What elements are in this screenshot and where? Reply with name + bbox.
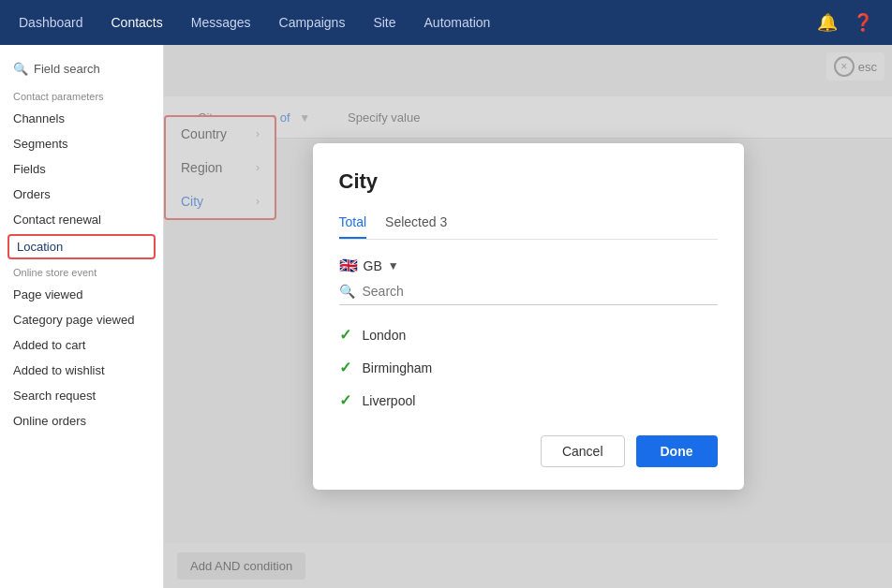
contact-params-label: Contact parameters — [0, 85, 163, 106]
modal-tabs: Total Selected 3 — [339, 209, 718, 240]
sidebar-item-contact-renewal[interactable]: Contact renewal — [0, 207, 163, 232]
modal-actions: Cancel Done — [339, 435, 718, 467]
country-code: GB — [364, 258, 382, 273]
country-selector[interactable]: 🇬🇧 GB ▼ — [339, 257, 718, 274]
sidebar-item-category-page-viewed[interactable]: Category page viewed — [0, 307, 163, 332]
sidebar-item-search-request[interactable]: Search request — [0, 383, 163, 408]
field-search-label: Field search — [34, 62, 100, 76]
help-icon[interactable]: ❓ — [853, 12, 873, 33]
city-name-liverpool[interactable]: Liverpool — [363, 393, 416, 408]
check-icon: ✓ — [339, 326, 351, 344]
bell-icon[interactable]: 🔔 — [817, 12, 838, 33]
done-button[interactable]: Done — [636, 435, 718, 467]
nav-dashboard[interactable]: Dashboard — [19, 15, 83, 30]
nav-campaigns[interactable]: Campaigns — [279, 15, 346, 30]
check-icon: ✓ — [339, 359, 351, 376]
city-list: ✓ London ✓ Birmingham ✓ Liverpool — [339, 318, 718, 417]
city-name-london[interactable]: London — [363, 328, 407, 343]
sidebar-item-orders[interactable]: Orders — [0, 182, 163, 207]
sidebar-item-online-orders[interactable]: Online orders — [0, 408, 163, 434]
content-area: City one of ▼ Specify value Country › Re… — [164, 45, 892, 588]
modal-overlay: City Total Selected 3 🇬🇧 GB ▼ 🔍 ✓ — [164, 45, 892, 588]
nav-automation[interactable]: Automation — [424, 15, 491, 30]
main-layout: 🔍 Field search Contact parameters Channe… — [0, 45, 892, 588]
sidebar-item-channels[interactable]: Channels — [0, 106, 163, 131]
sidebar-item-fields[interactable]: Fields — [0, 156, 163, 182]
sidebar-item-location[interactable]: Location — [7, 234, 156, 259]
field-search[interactable]: 🔍 Field search — [0, 56, 163, 85]
flag-icon: 🇬🇧 — [339, 257, 358, 274]
search-icon: 🔍 — [13, 62, 28, 76]
city-item-liverpool: ✓ Liverpool — [339, 384, 718, 417]
search-icon: 🔍 — [339, 284, 355, 299]
tab-selected[interactable]: Selected 3 — [385, 209, 447, 239]
tab-total[interactable]: Total — [339, 209, 367, 239]
city-item-london: ✓ London — [339, 318, 718, 351]
cancel-button[interactable]: Cancel — [541, 435, 625, 467]
nav-site[interactable]: Site — [373, 15, 395, 30]
modal-title: City — [339, 169, 718, 194]
nav-messages[interactable]: Messages — [191, 15, 251, 30]
city-item-birmingham: ✓ Birmingham — [339, 351, 718, 384]
search-input[interactable] — [363, 284, 718, 299]
online-store-label: Online store event — [0, 261, 163, 282]
search-row: 🔍 — [339, 284, 718, 305]
top-navigation: Dashboard Contacts Messages Campaigns Si… — [0, 0, 892, 45]
city-name-birmingham[interactable]: Birmingham — [363, 360, 433, 375]
sidebar-item-segments[interactable]: Segments — [0, 131, 163, 156]
nav-contacts[interactable]: Contacts — [112, 15, 163, 30]
sidebar-item-page-viewed[interactable]: Page viewed — [0, 282, 163, 307]
chevron-down-icon: ▼ — [388, 259, 399, 272]
sidebar-item-added-to-wishlist[interactable]: Added to wishlist — [0, 358, 163, 383]
city-modal: City Total Selected 3 🇬🇧 GB ▼ 🔍 ✓ — [313, 143, 744, 490]
sidebar-item-added-to-cart[interactable]: Added to cart — [0, 332, 163, 358]
sidebar: 🔍 Field search Contact parameters Channe… — [0, 45, 164, 588]
check-icon: ✓ — [339, 391, 351, 409]
